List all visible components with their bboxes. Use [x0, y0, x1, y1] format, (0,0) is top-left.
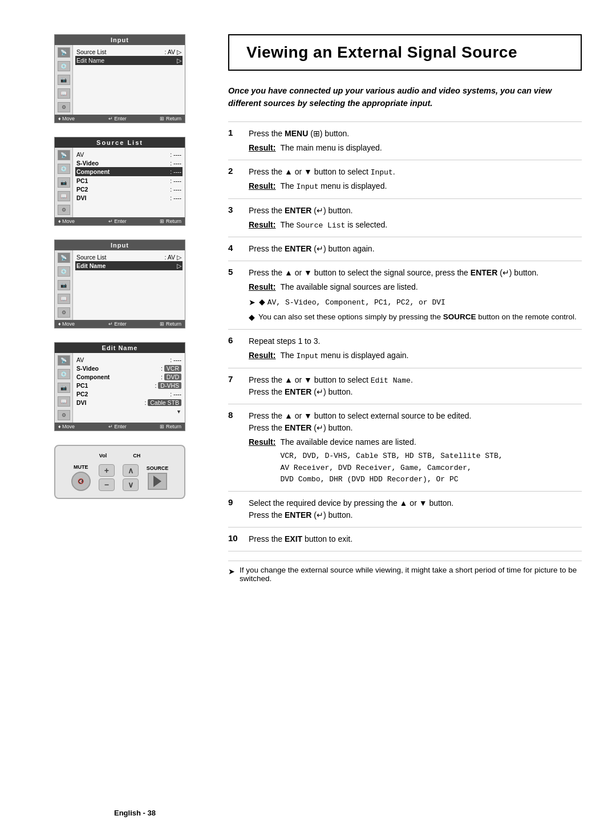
screen2-icons: 📡 💿 📷 📖 ⚙: [55, 148, 73, 217]
step-8-num: 8: [228, 404, 249, 492]
screen2-main: AV : ---- S-Video : ---- Component : ---…: [73, 148, 185, 217]
screen3-value-1: : AV ▷: [165, 254, 181, 261]
step-5-content: Press the ▲ or ▼ button to select the si…: [249, 261, 582, 330]
step-row-9: 9 Select the required device by pressing…: [228, 491, 582, 527]
icon-book: 📖: [58, 88, 70, 99]
page: Input 📡 💿 📷 📖 ⚙ Source List : AV ▷ Edit …: [0, 0, 616, 840]
screen4-av-value: : ----: [170, 356, 181, 363]
step-8-result: Result: The available device names are l…: [249, 436, 582, 485]
screen4-row-pc1: PC1 : D-VHS: [76, 381, 181, 389]
screen2-icon-5: ⚙: [58, 205, 70, 215]
screen4-dvi-label: DVI: [76, 399, 87, 406]
screen4-svideo-value: : VCR: [161, 365, 181, 372]
step-5-arrow-sym: ➤: [249, 297, 256, 309]
dropdown-arrow: ▼: [176, 409, 181, 415]
step-9-num: 9: [228, 491, 249, 527]
step-1-result-label: Result:: [249, 142, 275, 154]
screen1-label-1: Source List: [76, 48, 107, 55]
screen2-pc1-label: PC1: [76, 177, 88, 184]
step-5-result-label: Result:: [249, 281, 275, 293]
vol-up-button[interactable]: +: [99, 464, 115, 477]
remote-main-row: MUTE 🔇 + − ∧ ∨ SOURCE: [64, 464, 175, 491]
screen2-av-label: AV: [76, 151, 84, 158]
screen1-row-1: Source List : AV ▷: [76, 47, 181, 56]
screen2-av-value: : ----: [170, 151, 181, 158]
step-row-6: 6 Repeat steps 1 to 3. Result: The Input…: [228, 330, 582, 368]
step-5-arrow-note: ➤ ◆ AV, S-Video, Component, PC1, PC2, or…: [249, 297, 582, 309]
screen-2: Source List 📡 💿 📷 📖 ⚙ AV : ---- S-Video: [54, 137, 185, 226]
screen2-icon-2: 💿: [58, 164, 70, 174]
step-6-result: Result: The Input menu is displayed agai…: [249, 350, 582, 362]
screen3-icon-1: 📡: [58, 253, 70, 263]
screen3-icon-4: 📖: [58, 294, 70, 304]
screen4-icon-2: 💿: [58, 369, 70, 379]
screen4-row-svideo: S-Video : VCR: [76, 364, 181, 372]
icon-settings: ⚙: [58, 102, 70, 112]
step-4-num: 4: [228, 237, 249, 261]
screen2-row-svideo: S-Video : ----: [76, 159, 181, 167]
title-box: Viewing an External Signal Source: [228, 34, 582, 71]
screen1-arrow-2: ▷: [177, 57, 181, 64]
mute-text: MUTE: [74, 464, 88, 470]
screen2-row-av: AV : ----: [76, 150, 181, 159]
screen3-icons: 📡 💿 📷 📖 ⚙: [55, 250, 73, 320]
step-5-result: Result: The available signal sources are…: [249, 281, 582, 293]
step-10-num: 10: [228, 527, 249, 551]
screen2-icon-3: 📷: [58, 177, 70, 188]
step-3-num: 3: [228, 198, 249, 237]
screen4-svideo-label: S-Video: [76, 365, 99, 372]
screen2-pc1-value: : ----: [170, 177, 181, 184]
screen2-footer-move: ♦ Move: [58, 218, 75, 224]
step-7-num: 7: [228, 368, 249, 404]
step-5-bullet-text: You can also set these options simply by…: [258, 311, 577, 323]
screen1-footer-move: ♦ Move: [58, 116, 75, 121]
footer-label: English - 38: [114, 809, 156, 817]
screen4-pc1-value: : D-VHS: [155, 382, 181, 389]
screen4-dvi-value: : Cable STB: [144, 399, 181, 406]
source-icon: [153, 476, 161, 487]
source-button[interactable]: [148, 473, 167, 490]
screen2-pc2-label: PC2: [76, 186, 88, 193]
screen1-footer: ♦ Move ↵ Enter ⊞ Return: [55, 115, 185, 123]
screen-4: Edit Name 📡 💿 📷 📖 ⚙ AV : ---- S-Video: [54, 342, 185, 431]
screen3-icon-2: 💿: [58, 266, 70, 277]
screen2-row-pc1: PC1 : ----: [76, 176, 181, 185]
step-3-result-text: The Source List is selected.: [280, 219, 387, 232]
ch-up-button[interactable]: ∧: [123, 464, 139, 477]
screen3-footer-return: ⊞ Return: [160, 321, 181, 327]
screen1-footer-enter: ↵ Enter: [108, 116, 127, 121]
step-3-content: Press the ENTER (↵) button. Result: The …: [249, 198, 582, 237]
bottom-note-box: ➤ If you change the external source whil…: [228, 561, 582, 587]
bottom-note-arrow: ➤: [228, 566, 235, 583]
ch-down-button[interactable]: ∨: [123, 478, 139, 491]
vol-down-button[interactable]: −: [99, 478, 115, 491]
step-row-8: 8 Press the ▲ or ▼ button to select exte…: [228, 404, 582, 492]
screen4-footer-enter: ↵ Enter: [108, 424, 127, 429]
mute-icon: 🔇: [78, 478, 84, 484]
step-6-result-label: Result:: [249, 350, 275, 362]
step-5-bullet-sym: ◆: [249, 311, 255, 323]
step-4-content: Press the ENTER (↵) button again.: [249, 237, 582, 261]
step-1-result: Result: The main menu is displayed.: [249, 142, 582, 154]
screen-1: Input 📡 💿 📷 📖 ⚙ Source List : AV ▷ Edit …: [54, 34, 185, 123]
step-6-content: Repeat steps 1 to 3. Result: The Input m…: [249, 330, 582, 368]
screen4-pc2-label: PC2: [76, 391, 88, 397]
step-8-device-list: VCR, DVD, D-VHS, Cable STB, HD STB, Sate…: [280, 450, 502, 485]
step-2-result-label: Result:: [249, 180, 275, 193]
screen1-footer-return: ⊞ Return: [160, 116, 181, 121]
step-10-content: Press the EXIT button to exit.: [249, 527, 582, 551]
step-2-result: Result: The Input menu is displayed.: [249, 180, 582, 193]
icon-antenna: 📡: [58, 47, 70, 58]
step-2-result-text: The Input menu is displayed.: [280, 180, 387, 193]
screen2-svideo-value: : ----: [170, 160, 181, 167]
mute-button[interactable]: 🔇: [71, 472, 91, 491]
screen2-dvi-label: DVI: [76, 194, 87, 201]
screen3-arrow-2: ▷: [177, 262, 181, 269]
screen2-pc2-value: : ----: [170, 186, 181, 193]
remote-control: Vol CH MUTE 🔇 + − ∧ ∨: [54, 445, 185, 499]
step-6-result-text: The Input menu is displayed again.: [280, 350, 408, 362]
step-row-3: 3 Press the ENTER (↵) button. Result: Th…: [228, 198, 582, 237]
screen3-header: Input: [55, 240, 185, 250]
step-3-result: Result: The Source List is selected.: [249, 219, 582, 232]
source-text: SOURCE: [147, 465, 169, 471]
